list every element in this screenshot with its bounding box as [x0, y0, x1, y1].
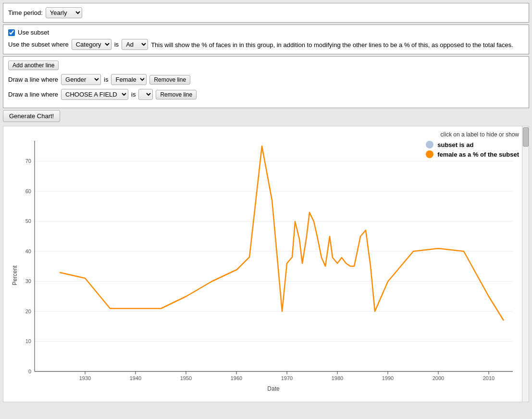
time-period-select[interactable]: Yearly Monthly Weekly: [46, 7, 82, 18]
subset-header: Use subset: [8, 29, 524, 36]
generate-chart-button[interactable]: Generate Chart!: [3, 110, 60, 122]
svg-text:1950: 1950: [180, 375, 192, 381]
svg-text:2010: 2010: [483, 375, 495, 381]
legend-label-female: female as a % of the subset: [437, 151, 519, 158]
subset-value-select[interactable]: Ad Film TV: [122, 39, 148, 50]
chart-area: click on a label to hide or show subset …: [3, 126, 529, 402]
legend-label-subset: subset is ad: [437, 141, 473, 148]
line-row-1-field-select[interactable]: Gender Category Type: [61, 74, 101, 85]
svg-text:Date: Date: [267, 385, 280, 392]
chart-legend: click on a label to hide or show subset …: [426, 131, 519, 160]
legend-dot-subset: [426, 141, 433, 148]
svg-text:1990: 1990: [382, 375, 394, 381]
line-row-1-prefix: Draw a line where: [8, 76, 58, 83]
time-period-row: Time period: Yearly Monthly Weekly: [8, 7, 524, 18]
svg-text:0: 0: [28, 369, 31, 374]
subset-field-select[interactable]: Category Gender Type Year: [72, 39, 111, 50]
use-subset-checkbox[interactable]: [8, 29, 15, 36]
line-row-1: Draw a line where Gender Category Type i…: [8, 74, 524, 85]
svg-text:1960: 1960: [231, 375, 242, 381]
chart-svg-container: Percent 0 10 20 30 40: [8, 131, 529, 402]
line-row-2-remove-button[interactable]: Remove line: [156, 90, 197, 99]
line-row-1-value-select[interactable]: Female Male: [111, 74, 147, 85]
subset-row: Use the subset where Category Gender Typ…: [8, 39, 524, 50]
legend-dot-female: [426, 150, 433, 158]
line-row-2-prefix: Draw a line where: [8, 91, 58, 98]
scrollbar-thumb[interactable]: [523, 127, 529, 147]
svg-text:1940: 1940: [130, 375, 141, 381]
main-container: Time period: Yearly Monthly Weekly Use s…: [0, 0, 532, 405]
svg-text:30: 30: [25, 278, 31, 284]
svg-text:50: 50: [25, 218, 31, 224]
line-row-2-is-label: is: [131, 91, 136, 98]
subset-panel: Use subset Use the subset where Category…: [3, 25, 529, 54]
lines-panel: Add another line Draw a line where Gende…: [3, 56, 529, 108]
svg-text:40: 40: [25, 248, 31, 254]
svg-text:70: 70: [25, 158, 31, 164]
chart-svg: Percent 0 10 20 30 40: [8, 131, 527, 400]
legend-item-female[interactable]: female as a % of the subset: [426, 150, 519, 158]
subset-is-label: is: [114, 41, 119, 48]
time-period-panel: Time period: Yearly Monthly Weekly: [3, 3, 529, 23]
y-axis-label: Percent: [12, 265, 18, 285]
legend-item-subset[interactable]: subset is ad: [426, 141, 519, 148]
add-line-button[interactable]: Add another line: [8, 61, 59, 70]
svg-text:1970: 1970: [281, 375, 293, 381]
time-period-label: Time period:: [8, 9, 43, 16]
subset-info-text: This will show the % of faces in in this…: [151, 41, 513, 49]
svg-text:1980: 1980: [332, 375, 343, 381]
svg-text:1930: 1930: [79, 375, 91, 381]
line-row-2-value-select[interactable]: [138, 89, 153, 100]
svg-text:10: 10: [25, 338, 31, 344]
generate-button-container: Generate Chart!: [3, 110, 529, 126]
legend-hint: click on a label to hide or show: [426, 131, 519, 138]
svg-text:60: 60: [25, 188, 31, 194]
line-row-2: Draw a line where CHOOSE A FIELD Gender …: [8, 89, 524, 100]
line-row-2-field-select[interactable]: CHOOSE A FIELD Gender Category: [61, 89, 128, 100]
svg-text:2000: 2000: [433, 375, 444, 381]
scrollbar[interactable]: [522, 126, 529, 402]
use-subset-label: Use subset: [18, 29, 49, 36]
line-row-1-is-label: is: [104, 76, 108, 83]
subset-row-prefix: Use the subset where: [8, 41, 69, 48]
svg-text:20: 20: [25, 308, 31, 314]
line-row-1-remove-button[interactable]: Remove line: [149, 75, 190, 85]
orange-line: [60, 146, 504, 320]
